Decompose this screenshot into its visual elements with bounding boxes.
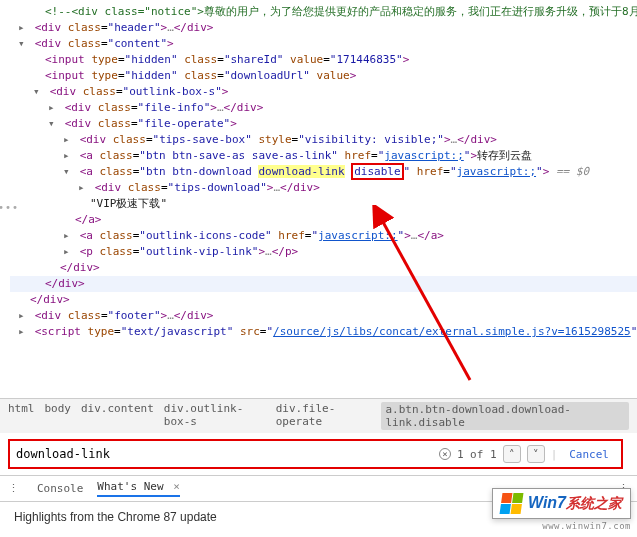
expand-arrow[interactable]: ▸ — [18, 308, 28, 324]
code-line[interactable]: </div> — [10, 276, 637, 292]
menu-icon[interactable]: ⋮ — [8, 482, 19, 495]
expand-arrow[interactable]: ▸ — [18, 20, 28, 36]
code-line[interactable]: ▾ <div class="outlink-box-s"> — [10, 84, 637, 100]
watermark: Win7系统之家 www.winwin7.com — [492, 488, 631, 531]
windows-flag-icon — [499, 493, 523, 514]
expand-arrow[interactable]: ▾ — [63, 164, 73, 180]
search-prev-button[interactable]: ˄ — [503, 445, 521, 463]
breadcrumb-item[interactable]: html — [8, 402, 35, 430]
search-input[interactable] — [16, 447, 439, 461]
clear-icon[interactable]: × — [439, 448, 451, 460]
code-line[interactable]: ▸ <div class="file-info">…</div> — [10, 100, 637, 116]
breadcrumb-item[interactable]: div.content — [81, 402, 154, 430]
expand-arrow[interactable]: ▸ — [63, 148, 73, 164]
selected-element[interactable]: ▾ <a class="btn btn-download download-li… — [10, 164, 637, 180]
expand-arrow[interactable]: ▸ — [63, 244, 73, 260]
expand-arrow[interactable]: ▸ — [18, 324, 28, 340]
tab-console[interactable]: Console — [37, 482, 83, 495]
search-next-button[interactable]: ˅ — [527, 445, 545, 463]
highlight-disable: disable — [351, 163, 403, 180]
cancel-button[interactable]: Cancel — [563, 448, 615, 461]
breadcrumb-item-active[interactable]: a.btn.btn-download.download-link.disable — [381, 402, 629, 430]
code-line[interactable]: ▸ <div class="header">…</div> — [10, 20, 637, 36]
elements-panel: ••• <!--<div class="notice">尊敬的用户，为了给您提供… — [0, 0, 637, 398]
code-line[interactable]: ▸ <a class="outlink-icons-code" href="ja… — [10, 228, 637, 244]
expand-arrow[interactable]: ▸ — [63, 228, 73, 244]
breadcrumb: html body div.content div.outlink-box-s … — [0, 398, 637, 433]
code-line[interactable]: ▾ <div class="file-operate"> — [10, 116, 637, 132]
code-line[interactable]: ▸ <script type="text/javascript" src="/s… — [10, 324, 637, 340]
code-line[interactable]: ▸ <p class="outlink-vip-link">…</p> — [10, 244, 637, 260]
code-line[interactable]: </div> — [10, 260, 637, 276]
code-line[interactable]: ▾ <div class="content"> — [10, 36, 637, 52]
breadcrumb-item[interactable]: div.outlink-box-s — [164, 402, 266, 430]
search-bar: × 1 of 1 ˄ ˅ | Cancel — [0, 433, 637, 475]
code-line[interactable]: <input type="hidden" class="shareId" val… — [10, 52, 637, 68]
expand-arrow[interactable]: ▾ — [48, 116, 58, 132]
code-line[interactable]: ▸ <div class="footer">…</div> — [10, 308, 637, 324]
code-line[interactable]: ▸ <div class="tips-save-box" style="visi… — [10, 132, 637, 148]
code-line[interactable]: </div> — [10, 292, 637, 308]
code-line[interactable]: </a> — [10, 212, 637, 228]
expand-arrow[interactable]: ▾ — [18, 36, 28, 52]
expand-arrow[interactable]: ▾ — [33, 84, 43, 100]
breadcrumb-item[interactable]: body — [45, 402, 72, 430]
code-line[interactable]: <input type="hidden" class="downloadUrl"… — [10, 68, 637, 84]
expand-arrow[interactable]: ▸ — [63, 132, 73, 148]
breadcrumb-item[interactable]: div.file-operate — [276, 402, 372, 430]
code-line[interactable]: "VIP极速下载" — [10, 196, 637, 212]
code-line[interactable]: ▸ <div class="tips-download">…</div> — [10, 180, 637, 196]
watermark-url: www.winwin7.com — [492, 521, 631, 531]
expand-arrow[interactable]: ▸ — [78, 180, 88, 196]
search-count: 1 of 1 — [457, 448, 497, 461]
code-line[interactable]: <!--<div class="notice">尊敬的用户，为了给您提供更好的产… — [10, 4, 637, 20]
code-line[interactable]: ▸ <a class="btn btn-save-as save-as-link… — [10, 148, 637, 164]
tab-whatsnew[interactable]: What's New × — [97, 480, 179, 497]
expand-arrow[interactable]: ▸ — [48, 100, 58, 116]
close-icon[interactable]: × — [173, 480, 180, 493]
